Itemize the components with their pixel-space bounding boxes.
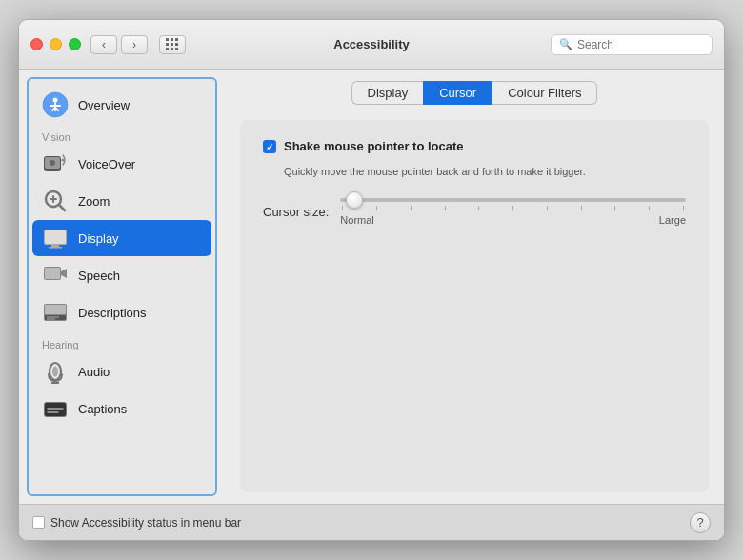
slider-ticks [340,202,686,210]
zoom-icon [42,188,69,214]
tab-bar: Display Cursor Colour Filters [240,81,709,105]
help-button[interactable]: ? [690,512,711,533]
window-title: Accessibility [333,37,410,51]
search-icon: 🔍 [559,38,572,50]
help-icon: ? [696,515,703,530]
slider-max-label: Large [659,214,686,226]
grid-view-button[interactable] [159,35,186,54]
cursor-size-section: Cursor size: [263,198,686,226]
forward-button[interactable]: › [121,35,148,54]
slider-row: Cursor size: [263,198,686,226]
nav-buttons: ‹ › [90,35,148,54]
descriptions-icon [42,299,69,326]
slider-labels: Normal Large [340,214,686,226]
sidebar-item-label: Audio [78,365,110,379]
slider-thumb[interactable] [346,191,363,209]
shake-checkbox-row: ✓ Shake mouse pointer to locate [263,139,686,153]
sidebar-section-vision: Vision [32,128,211,145]
sidebar-section-hearing: Hearing [32,335,211,352]
svg-rect-20 [45,268,60,279]
close-button[interactable] [30,38,43,50]
cursor-panel: ✓ Shake mouse pointer to locate Quickly … [240,120,709,492]
sidebar-item-descriptions[interactable]: Descriptions [32,294,211,330]
sidebar-item-label: Descriptions [78,306,147,320]
titlebar: ‹ › Accessibility 🔍 [19,20,724,70]
sidebar-item-captions[interactable]: Captions [32,390,211,427]
search-input[interactable] [577,38,704,51]
search-box[interactable]: 🔍 [551,34,713,55]
speech-icon [42,262,69,289]
display-icon [42,225,69,251]
sidebar-item-overview[interactable]: Overview [32,87,211,123]
show-status-label: Show Accessibility status in menu bar [50,516,241,530]
shake-checkbox-desc: Quickly move the mouse pointer back and … [284,165,686,179]
svg-rect-9 [49,170,56,171]
traffic-lights [30,38,81,50]
sidebar-item-label: Speech [78,269,120,283]
sidebar-item-voiceover[interactable]: VoiceOver [32,146,211,182]
voiceover-icon [42,150,69,177]
main-panel: Display Cursor Colour Filters ✓ Shake mo… [225,70,724,504]
sidebar-item-zoom[interactable]: Zoom [32,183,211,219]
minimize-button[interactable] [50,38,62,50]
svg-point-8 [50,160,55,166]
show-status-checkbox[interactable] [32,516,45,529]
sidebar-item-display[interactable]: Display [32,220,211,256]
svg-rect-22 [45,305,66,314]
slider-min-label: Normal [340,214,373,226]
sidebar-item-label: Zoom [78,194,110,209]
cursor-size-slider-container: Normal Large [340,198,686,226]
svg-line-12 [59,205,65,210]
grid-icon [166,38,179,51]
sidebar-item-label: VoiceOver [78,157,135,171]
accessibility-window: ‹ › Accessibility 🔍 [18,19,725,541]
accessibility-icon [42,91,69,118]
tab-colour-filters[interactable]: Colour Filters [492,81,597,105]
sidebar-item-audio[interactable]: Audio [32,353,211,390]
svg-point-10 [62,159,65,162]
maximize-button[interactable] [69,38,81,50]
back-icon: ‹ [102,38,106,51]
back-button[interactable]: ‹ [90,35,117,54]
checkmark-icon: ✓ [266,142,273,152]
sidebar-item-label: Display [78,231,119,246]
svg-rect-18 [49,247,62,249]
main-content: Overview Vision VoiceOver [19,70,724,504]
sidebar: Overview Vision VoiceOver [27,77,217,496]
shake-checkbox-label: Shake mouse pointer to locate [284,139,464,153]
tab-cursor[interactable]: Cursor [423,81,492,105]
shake-checkbox[interactable]: ✓ [263,140,276,153]
slider-track [340,198,686,202]
svg-point-1 [53,98,58,103]
forward-icon: › [132,38,136,51]
svg-rect-16 [45,230,66,244]
tab-display[interactable]: Display [351,81,424,105]
audio-icon [42,358,69,385]
slider-label: Cursor size: [263,205,329,219]
svg-point-27 [52,367,58,377]
captions-icon [42,395,69,422]
svg-rect-17 [51,245,59,247]
bottom-bar: Show Accessibility status in menu bar ? [19,504,724,540]
svg-rect-31 [45,403,66,416]
sidebar-item-speech[interactable]: Speech [32,257,211,293]
sidebar-item-label: Overview [78,98,130,112]
sidebar-item-label: Captions [78,402,127,416]
